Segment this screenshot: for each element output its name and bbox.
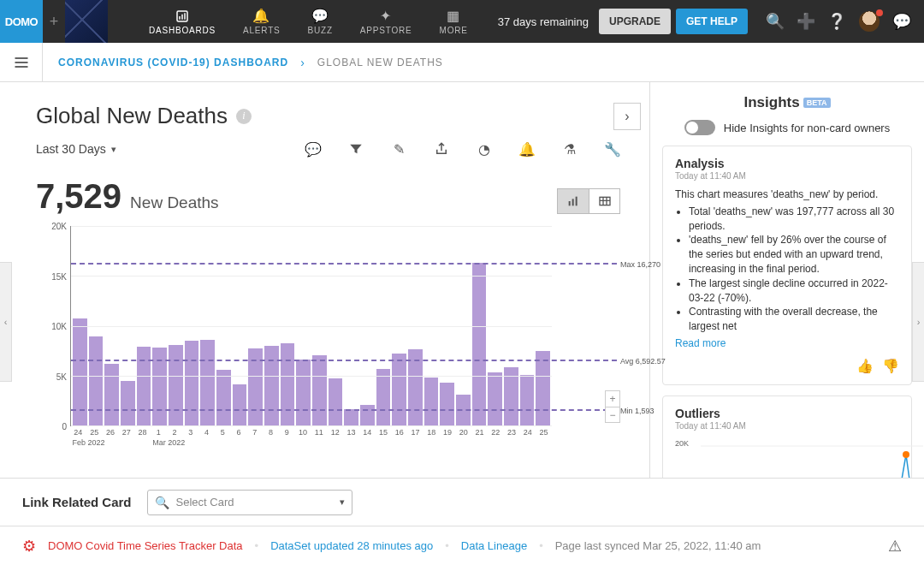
bar[interactable] [376, 369, 391, 425]
bar[interactable] [424, 378, 439, 425]
bar[interactable] [392, 354, 406, 425]
add-page-button[interactable]: + [43, 0, 65, 43]
alert-icon[interactable]: 🔔 [519, 141, 535, 157]
bar[interactable] [185, 341, 199, 425]
nav-dashboards[interactable]: DASHBOARDS [135, 0, 229, 43]
hamburger-icon [13, 54, 30, 71]
chat-icon: 💬 [311, 9, 329, 24]
svg-rect-1 [179, 16, 181, 20]
hide-insights-toggle[interactable] [684, 120, 715, 135]
nav-label: BUZZ [308, 26, 333, 35]
breadcrumb-leaf: GLOBAL NEW DEATHS [317, 56, 443, 68]
bar[interactable] [296, 360, 311, 425]
breadcrumb-root[interactable]: CORONAVIRUS (COVID-19) DASHBOARD [58, 56, 288, 68]
bar[interactable] [137, 347, 151, 425]
nav-label: MORE [440, 26, 468, 35]
chart-view-button[interactable] [558, 189, 589, 213]
bar[interactable] [121, 381, 135, 425]
appstore-icon: ✦ [380, 9, 392, 24]
upgrade-button[interactable]: UPGRADE [599, 9, 671, 34]
beast-mode-icon[interactable]: ⚗ [562, 141, 578, 157]
table-view-button[interactable] [589, 189, 619, 213]
bell-icon: 🔔 [252, 9, 270, 24]
date-range-label: Last 30 Days [36, 142, 106, 156]
breadcrumb: CORONAVIRUS (COVID-19) DASHBOARD › GLOBA… [43, 56, 459, 69]
bar[interactable] [169, 345, 183, 425]
bar[interactable] [312, 355, 327, 425]
bar[interactable] [360, 405, 375, 425]
analysis-title: Analysis [675, 157, 899, 170]
collapse-insights-button[interactable]: › [613, 103, 641, 130]
bar[interactable] [104, 364, 119, 425]
svg-rect-3 [184, 13, 186, 20]
bar[interactable] [264, 346, 279, 425]
bar[interactable] [520, 375, 535, 425]
nav-alerts[interactable]: 🔔 ALERTS [229, 0, 294, 43]
bar[interactable] [200, 340, 215, 425]
dashboards-icon [175, 9, 190, 24]
search-icon: 🔍 [155, 496, 169, 509]
bar[interactable] [536, 351, 550, 425]
comment-icon[interactable]: 💬 [305, 141, 321, 157]
beta-badge: BETA [803, 98, 831, 108]
link-card-label: Link Related Card [22, 495, 132, 509]
zoom-out-button[interactable]: − [606, 407, 619, 422]
next-card-handle[interactable]: › [912, 262, 924, 382]
bar[interactable] [89, 336, 104, 425]
dataset-updated-link[interactable]: DataSet updated 28 minutes ago [270, 539, 433, 552]
search-icon[interactable]: 🔍 [767, 13, 784, 30]
warning-icon[interactable]: ⚠ [888, 537, 902, 556]
bar[interactable] [233, 384, 247, 425]
get-help-button[interactable]: GET HELP [676, 9, 748, 34]
zoom-control[interactable]: + − [605, 390, 620, 423]
bar[interactable] [472, 263, 487, 425]
thumbs-down-icon[interactable]: 👎 [882, 358, 899, 374]
menu-button[interactable] [0, 43, 43, 82]
analysis-time: Today at 11:40 AM [675, 171, 899, 181]
outliers-title: Outliers [675, 407, 899, 420]
edit-icon[interactable]: ✎ [391, 141, 406, 157]
select-card-dropdown[interactable]: 🔍 Select Card ▾ [147, 490, 352, 515]
bar[interactable] [329, 378, 343, 425]
page-synced-label: Page last synced Mar 25, 2022, 11:40 am [555, 539, 761, 552]
dashboard-tile[interactable] [65, 0, 108, 43]
nav-label: APPSTORE [360, 26, 412, 35]
metric-value: 7,529 [36, 177, 121, 216]
nav-more[interactable]: ▦ MORE [426, 0, 482, 43]
bar[interactable] [344, 409, 358, 425]
dataset-icon: ⚙ [22, 537, 36, 556]
chart-type-icon[interactable]: ◔ [477, 141, 492, 157]
buzz-panel-icon[interactable]: 💬 [893, 13, 910, 30]
toggle-label: Hide Insights for non-card owners [724, 122, 890, 134]
insight-analysis-card: Analysis Today at 11:40 AM This chart me… [662, 146, 912, 385]
help-icon[interactable]: ❔ [828, 13, 845, 30]
share-icon[interactable] [434, 141, 449, 157]
svg-point-10 [903, 451, 909, 458]
add-icon[interactable]: ➕ [797, 13, 814, 30]
prev-card-handle[interactable]: ‹ [0, 262, 12, 382]
info-icon[interactable]: i [236, 109, 252, 124]
filter-icon[interactable] [348, 141, 364, 157]
zoom-in-button[interactable]: + [606, 391, 619, 407]
nav-appstore[interactable]: ✦ APPSTORE [346, 0, 426, 43]
trial-remaining: 37 days remaining [488, 15, 599, 28]
data-lineage-link[interactable]: Data Lineage [461, 539, 527, 552]
bar[interactable] [488, 372, 502, 425]
date-range-picker[interactable]: Last 30 Days ▾ [36, 142, 116, 156]
svg-rect-2 [181, 14, 183, 19]
thumbs-up-icon[interactable]: 👍 [856, 358, 874, 374]
outliers-mini-chart: 20K 15K [675, 437, 899, 478]
chart: 05K10K15K20K Max 16,270Avg 6,592.57Min 1… [36, 219, 620, 450]
bar[interactable] [281, 343, 295, 425]
wrench-icon[interactable]: 🔧 [605, 141, 620, 157]
view-toggle[interactable] [557, 188, 620, 214]
dataset-name[interactable]: DOMO Covid Time Series Tracker Data [48, 539, 243, 552]
avatar[interactable] [859, 11, 880, 32]
insights-heading: InsightsBETA [662, 94, 912, 111]
bar[interactable] [440, 383, 454, 425]
nav-buzz[interactable]: 💬 BUZZ [294, 0, 346, 43]
chevron-down-icon: ▾ [340, 497, 345, 508]
bar[interactable] [216, 370, 231, 425]
read-more-link[interactable]: Read more [675, 337, 726, 349]
logo[interactable]: DOMO [0, 0, 43, 43]
